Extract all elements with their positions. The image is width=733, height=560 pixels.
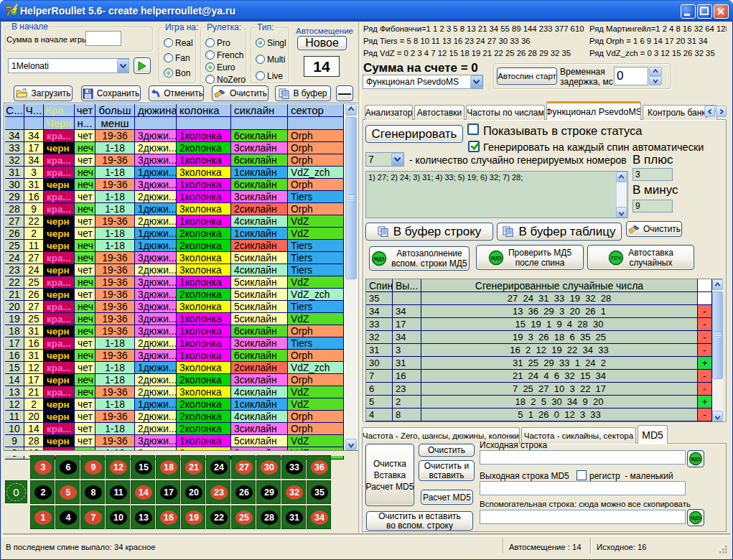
svg-text:МД5: МД5 (691, 515, 701, 521)
svg-text:МД5: МД5 (374, 256, 385, 262)
svg-text:МД5: МД5 (691, 457, 701, 462)
svg-text:МД5: МД5 (491, 256, 502, 261)
svg-text:ГСЧ: ГСЧ (611, 256, 621, 261)
